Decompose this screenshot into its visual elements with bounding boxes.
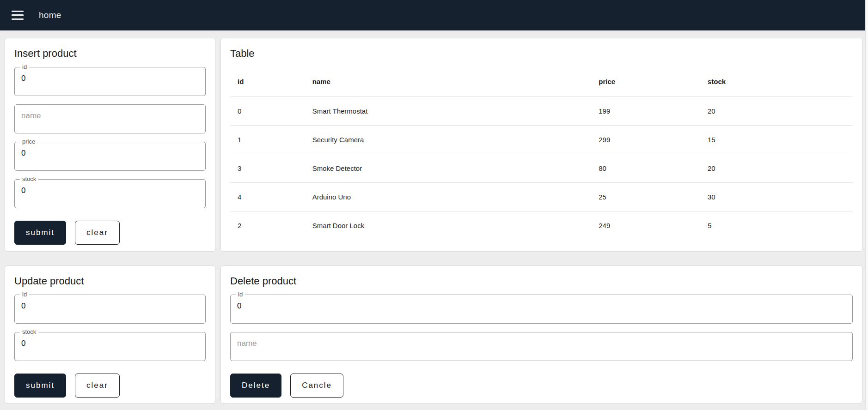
column-header-id: id (230, 67, 305, 96)
update-id-field: id (14, 295, 206, 324)
delete-buttons: Delete Cancle (230, 374, 853, 398)
insert-submit-button[interactable]: submit (14, 221, 66, 245)
main-content: Insert product id price stock submit cle… (5, 38, 862, 404)
cell-price: 249 (591, 211, 700, 240)
cell-id: 2 (230, 211, 305, 240)
insert-price-field: price (14, 142, 206, 171)
delete-id-input[interactable] (230, 295, 853, 324)
cell-stock: 5 (700, 211, 853, 240)
delete-name-input[interactable] (230, 332, 853, 361)
appbar: home (0, 0, 865, 30)
update-clear-button[interactable]: clear (75, 374, 120, 398)
table-row: 2 Smart Door Lock 249 5 (230, 211, 853, 240)
cell-stock: 20 (700, 96, 853, 125)
insert-stock-label: stock (20, 175, 38, 182)
update-stock-label: stock (20, 328, 38, 335)
table-title: Table (230, 48, 853, 60)
table-row: 4 Arduino Uno 25 30 (230, 182, 853, 211)
insert-id-label: id (20, 63, 29, 70)
delete-name-field (230, 332, 853, 361)
column-header-price: price (591, 67, 700, 96)
menu-button[interactable] (6, 4, 29, 26)
page-title: home (39, 10, 61, 20)
cell-id: 0 (230, 96, 305, 125)
table-header-row: id name price stock (230, 67, 853, 96)
cell-name: Smart Thermostat (305, 96, 592, 125)
insert-name-input[interactable] (14, 104, 206, 133)
cell-id: 3 (230, 154, 305, 182)
delete-product-card: Delete product id Delete Cancle (220, 265, 862, 404)
cell-price: 199 (591, 96, 700, 125)
update-buttons: submit clear (14, 374, 206, 398)
cancel-button[interactable]: Cancle (290, 374, 343, 398)
delete-id-field: id (230, 295, 853, 324)
insert-price-input[interactable] (14, 142, 206, 171)
insert-price-label: price (20, 138, 37, 145)
update-product-card: Update product id stock submit clear (5, 265, 215, 404)
cell-name: Smoke Detector (305, 154, 592, 182)
cell-name: Security Camera (305, 125, 592, 154)
delete-button[interactable]: Delete (230, 374, 281, 398)
update-id-input[interactable] (14, 295, 206, 324)
table-row: 3 Smoke Detector 80 20 (230, 154, 853, 182)
update-submit-button[interactable]: submit (14, 374, 66, 398)
column-header-stock: stock (700, 67, 853, 96)
insert-id-field: id (14, 67, 206, 96)
products-table: id name price stock 0 Smart Thermostat 1… (230, 67, 853, 240)
insert-clear-button[interactable]: clear (75, 221, 120, 245)
cell-name: Smart Door Lock (305, 211, 592, 240)
insert-stock-field: stock (14, 179, 206, 208)
insert-product-title: Insert product (14, 48, 206, 60)
delete-product-title: Delete product (230, 275, 853, 287)
insert-buttons: submit clear (14, 221, 206, 245)
table-card: Table id name price stock 0 Smart Thermo… (220, 38, 862, 252)
cell-stock: 20 (700, 154, 853, 182)
cell-name: Arduino Uno (305, 182, 592, 211)
column-header-name: name (305, 67, 592, 96)
update-product-title: Update product (14, 275, 206, 287)
update-stock-input[interactable] (14, 332, 206, 361)
cell-price: 299 (591, 125, 700, 154)
insert-name-field (14, 104, 206, 133)
cell-stock: 30 (700, 182, 853, 211)
insert-id-input[interactable] (14, 67, 206, 96)
cell-price: 25 (591, 182, 700, 211)
insert-stock-input[interactable] (14, 179, 206, 208)
update-stock-field: stock (14, 332, 206, 361)
cell-id: 1 (230, 125, 305, 154)
cell-stock: 15 (700, 125, 853, 154)
cell-id: 4 (230, 182, 305, 211)
update-id-label: id (20, 291, 29, 298)
cell-price: 80 (591, 154, 700, 182)
table-row: 0 Smart Thermostat 199 20 (230, 96, 853, 125)
insert-product-card: Insert product id price stock submit cle… (5, 38, 215, 252)
table-row: 1 Security Camera 299 15 (230, 125, 853, 154)
delete-id-label: id (236, 291, 245, 298)
hamburger-icon (12, 11, 24, 12)
vertical-scrollbar[interactable] (865, 0, 868, 410)
